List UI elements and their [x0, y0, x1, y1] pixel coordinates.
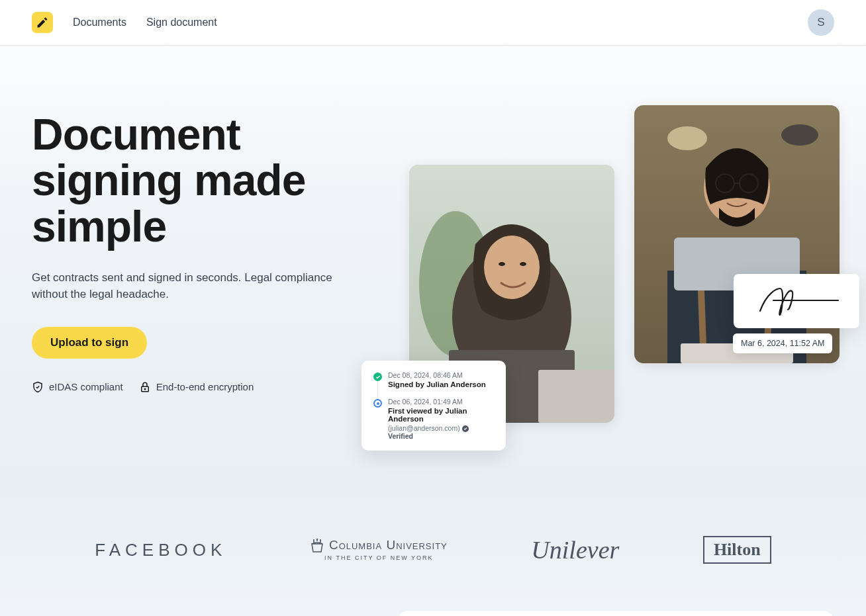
- activity-viewed: Dec 06, 2024, 01:49 AM First viewed by J…: [373, 398, 494, 440]
- svg-point-7: [499, 262, 505, 266]
- verified-badge-icon: [462, 425, 469, 432]
- shield-check-icon: [32, 381, 44, 393]
- logo-unilever: Unilever: [531, 535, 619, 564]
- svg-point-22: [313, 539, 314, 541]
- circle-dot-icon: [373, 399, 382, 408]
- crown-icon: [311, 539, 324, 553]
- activity-signed: Dec 08, 2024, 08:46 AM Signed by Julian …: [373, 371, 494, 398]
- nav-sign-document[interactable]: Sign document: [146, 17, 217, 28]
- verified-label: Verified: [388, 432, 413, 440]
- activity-time-1: Dec 08, 2024, 08:46 AM: [388, 371, 494, 379]
- nav-documents[interactable]: Documents: [73, 17, 126, 28]
- svg-point-6: [484, 236, 540, 299]
- upload-button[interactable]: Upload to sign: [32, 327, 147, 359]
- header-left: Documents Sign document: [32, 12, 217, 33]
- check-circle-icon: [373, 373, 382, 381]
- svg-point-21: [316, 539, 318, 540]
- upload-dropzone[interactable]: [397, 611, 834, 616]
- encryption-badge: End-to-end encryption: [139, 381, 254, 393]
- trust-badges: eIDAS compliant End-to-end encryption: [32, 381, 356, 393]
- activity-sub: (julian@anderson.com) Verified: [388, 424, 494, 440]
- header: Documents Sign document S: [0, 0, 866, 46]
- svg-point-8: [520, 262, 526, 266]
- svg-point-23: [320, 539, 321, 541]
- hero-section: Document signing made simple Get contrac…: [0, 46, 866, 502]
- avatar[interactable]: S: [808, 9, 834, 36]
- activity-title-1: Signed by Julian Anderson: [388, 380, 494, 388]
- hero-content: Document signing made simple Get contrac…: [32, 105, 356, 476]
- logo-facebook: FACEBOOK: [95, 540, 226, 560]
- signature-card: [734, 274, 859, 328]
- eidas-label: eIDAS compliant: [49, 381, 123, 392]
- signature-icon: [753, 283, 840, 320]
- activity-time-2: Dec 06, 2024, 01:49 AM: [388, 398, 494, 406]
- columbia-tagline: IN THE CITY OF NEW YORK: [324, 554, 434, 562]
- activity-card: Dec 08, 2024, 08:46 AM Signed by Julian …: [361, 361, 506, 451]
- pen-icon: [36, 16, 49, 29]
- eidas-badge: eIDAS compliant: [32, 381, 123, 393]
- hero-visual: Dec 08, 2024, 08:46 AM Signed by Julian …: [369, 105, 834, 476]
- upload-section: [0, 611, 866, 616]
- logo-columbia: Columbia University IN THE CITY OF NEW Y…: [311, 538, 448, 562]
- svg-point-1: [144, 388, 146, 390]
- hero-title: Document signing made simple: [32, 112, 356, 249]
- svg-point-12: [667, 126, 707, 150]
- encryption-label: End-to-end encryption: [156, 381, 254, 392]
- app-logo[interactable]: [32, 12, 53, 33]
- columbia-name: Columbia University: [329, 538, 448, 553]
- svg-point-13: [781, 124, 818, 146]
- activity-title-2: First viewed by Julian Anderson: [388, 407, 494, 423]
- logo-hilton: Hilton: [703, 536, 771, 564]
- lock-icon: [139, 381, 151, 393]
- company-logos: FACEBOOK Columbia University IN THE CITY…: [0, 502, 866, 611]
- timestamp-pill: Mar 6, 2024, 11:52 AM: [733, 333, 832, 353]
- hero-subtitle: Get contracts sent and signed in seconds…: [32, 269, 343, 303]
- svg-rect-10: [538, 370, 614, 423]
